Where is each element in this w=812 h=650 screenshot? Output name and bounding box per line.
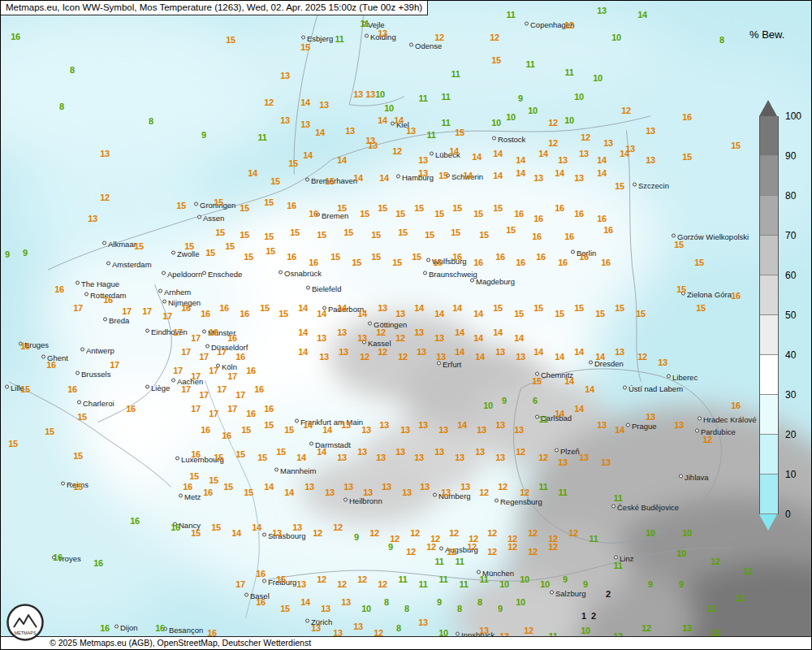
temp-value: 15	[240, 230, 249, 240]
city-label: Zielona Góra	[681, 290, 732, 299]
temp-value: 15	[696, 303, 706, 313]
temp-value: 16	[130, 516, 140, 526]
legend-segment	[760, 236, 778, 275]
city-marker-icon	[365, 34, 369, 38]
temp-value: 16	[20, 341, 30, 351]
temp-value: 13	[674, 420, 684, 430]
city-label: Amsterdam	[106, 260, 152, 269]
temp-value: 13	[406, 126, 416, 136]
city-marker-icon	[550, 591, 554, 595]
legend-tick: 60	[785, 270, 796, 281]
temp-value: 15	[473, 209, 483, 219]
temp-value: 9	[583, 579, 588, 589]
weather-map-page: 1688891513151111131212111213101481111151…	[0, 0, 812, 650]
metmaps-logo: METMAPS	[6, 603, 45, 645]
temp-value: 13	[339, 347, 348, 357]
footer-copyright: © 2025 Metmaps.eu (AGB), OpenStreetMap, …	[50, 638, 311, 648]
temp-value: 14	[317, 309, 326, 318]
temp-value: 12	[410, 528, 420, 538]
temp-value: 16	[126, 404, 136, 414]
city-marker-icon	[41, 355, 45, 359]
temp-value: 14	[296, 453, 306, 462]
temp-value: 14	[585, 384, 594, 394]
temp-value: 11	[335, 34, 343, 44]
temp-value: 13	[495, 453, 505, 462]
city-marker-icon	[114, 625, 119, 629]
temp-value: 11	[558, 488, 567, 497]
temp-value: 15	[226, 35, 235, 45]
temp-value: 9	[23, 248, 28, 258]
city-label: Breda	[103, 316, 129, 325]
city-label: Bielefeld	[306, 284, 341, 293]
temp-value: 16	[171, 522, 180, 532]
temp-value: 15	[574, 303, 584, 313]
temp-value: 9	[437, 597, 442, 607]
city-marker-icon	[306, 286, 310, 290]
temp-value: 15	[280, 604, 290, 613]
temp-value: 12	[735, 593, 745, 603]
temp-value: 15	[636, 309, 646, 318]
temp-value: 17	[235, 390, 245, 400]
temp-value: 15	[412, 252, 421, 262]
city-marker-icon	[262, 579, 266, 583]
temp-value: 10	[564, 115, 574, 125]
temp-value: 14	[615, 425, 624, 435]
temp-value: 14	[248, 168, 257, 178]
legend-tick: 100	[785, 110, 801, 122]
legend-segment	[760, 435, 778, 474]
city-marker-icon	[202, 330, 206, 334]
temp-value: 12	[508, 542, 517, 552]
temp-value: 13	[597, 420, 607, 430]
temp-value: 16	[601, 258, 611, 267]
temp-value: 1	[581, 611, 586, 621]
temp-value: 15	[241, 425, 251, 435]
map-labels: 1688891513151111131212111213101481111151…	[1, 1, 811, 649]
temp-value: 13	[414, 327, 424, 337]
temp-value: 13	[337, 327, 347, 337]
temp-value: 15	[240, 203, 249, 213]
temp-value: 14	[473, 333, 483, 343]
temp-value: 12	[516, 447, 525, 457]
temp-value: 15	[45, 427, 54, 436]
footer-bar: © 2025 Metmaps.eu (AGB), OpenStreetMap, …	[1, 636, 811, 649]
city-label: Mannheim	[274, 466, 316, 475]
temp-value: 10	[593, 73, 603, 83]
temp-value: 16	[574, 209, 584, 219]
temp-value: 15	[244, 252, 253, 262]
temp-value: 15	[317, 230, 326, 240]
temp-value: 13	[558, 457, 568, 467]
city-label: Pardubice	[695, 427, 736, 436]
temp-value: 11	[434, 557, 443, 566]
temp-value: 16	[181, 303, 191, 313]
map-layer[interactable]: 1688891513151111131212111213101481111151…	[1, 1, 811, 649]
temp-value: 15	[184, 241, 194, 251]
temp-value: 13	[292, 522, 302, 532]
temp-value: 13	[514, 425, 524, 435]
temp-value: 13	[417, 347, 426, 357]
temp-value: 14	[264, 482, 274, 492]
temp-value: 15	[491, 55, 501, 65]
temp-value: 16	[473, 258, 483, 267]
temp-value: 14	[298, 303, 308, 313]
temp-value: 15	[279, 309, 288, 318]
temp-value: 13	[337, 453, 347, 462]
temp-value: 12	[568, 528, 578, 538]
temp-value: 13	[325, 488, 335, 497]
temp-value: 13	[646, 126, 655, 136]
temp-value: 14	[472, 152, 482, 162]
temp-value: 10	[540, 579, 550, 589]
temp-value: 16	[235, 352, 245, 362]
temp-value: 13	[418, 155, 428, 165]
temp-value: 10	[611, 32, 621, 42]
temp-value: 13	[378, 28, 387, 38]
temp-value: 11	[451, 69, 460, 79]
city-label: Dijon	[114, 623, 138, 632]
temp-value: 13	[706, 604, 716, 613]
temp-value: 12	[548, 138, 558, 148]
temp-value: 15	[284, 425, 294, 435]
temp-value: 14	[322, 425, 332, 435]
temp-value: 15	[555, 309, 564, 318]
temp-value: 12	[434, 32, 444, 42]
temp-value: 15	[343, 228, 353, 237]
cloud-cover-legend: % Bew. 1009080706050403020100	[748, 28, 812, 557]
